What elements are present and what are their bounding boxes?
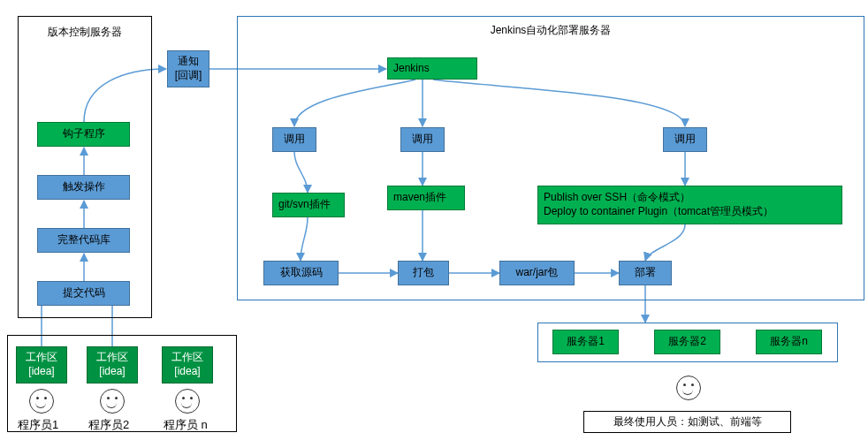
gitsvn-label: git/svn插件 <box>278 198 331 212</box>
hook-label: 钩子程序 <box>63 127 105 141</box>
server2-box: 服务器2 <box>654 330 720 354</box>
maven-box: maven插件 <box>387 186 465 210</box>
jenkins-title: Jenkins自动化部署服务器 <box>491 24 612 38</box>
notify-box: 通知 [回调] <box>167 50 209 87</box>
call3-label: 调用 <box>674 133 696 147</box>
diagram-canvas: 版本控制服务器 钩子程序 触发操作 完整代码库 提交代码 通知 [回调] Jen… <box>0 0 868 448</box>
servern-box: 服务器n <box>756 330 822 354</box>
dev2-label: 程序员2 <box>88 417 129 433</box>
trigger-box: 触发操作 <box>37 175 130 200</box>
jenkins-label: Jenkins <box>393 62 430 76</box>
call2-label: 调用 <box>412 133 433 147</box>
jenkins-container: Jenkins自动化部署服务器 <box>237 16 864 300</box>
hook-box: 钩子程序 <box>37 122 130 147</box>
trigger-label: 触发操作 <box>63 180 105 194</box>
server2-label: 服务器2 <box>668 335 706 349</box>
enduser-label: 最终使用人员：如测试、前端等 <box>613 415 762 429</box>
workspace1-label: 工作区 [idea] <box>26 351 57 378</box>
publish-box: Publish over SSH（命令模式） Deploy to contain… <box>537 186 842 224</box>
getsource-box: 获取源码 <box>263 261 339 285</box>
commit-box: 提交代码 <box>37 281 130 306</box>
workspace2-box: 工作区 [idea] <box>87 346 138 383</box>
call1-label: 调用 <box>284 133 305 147</box>
package-box: 打包 <box>398 261 449 285</box>
smiley-icon <box>175 389 200 414</box>
vcs-container: 版本控制服务器 <box>18 16 152 318</box>
deploy-box: 部署 <box>619 261 672 285</box>
jenkins-box: Jenkins <box>387 57 477 80</box>
smiley-icon <box>676 376 701 400</box>
server1-label: 服务器1 <box>567 335 605 349</box>
call1-box: 调用 <box>272 127 316 152</box>
workspacen-label: 工作区 [idea] <box>171 351 203 378</box>
smiley-icon <box>29 389 54 414</box>
devn-label: 程序员 n <box>164 417 208 433</box>
deploy-label: 部署 <box>635 266 656 280</box>
publish-label: Publish over SSH（命令模式） Deploy to contain… <box>544 191 773 218</box>
server1-box: 服务器1 <box>552 330 619 354</box>
vcs-title: 版本控制服务器 <box>48 26 122 40</box>
call2-box: 调用 <box>400 127 445 152</box>
call3-box: 调用 <box>663 127 707 152</box>
maven-label: maven插件 <box>393 191 446 205</box>
commit-label: 提交代码 <box>63 286 105 300</box>
getsource-label: 获取源码 <box>280 266 323 280</box>
smiley-icon <box>100 389 125 414</box>
notify-label: 通知 [回调] <box>175 55 202 82</box>
servern-label: 服务器n <box>770 335 808 349</box>
warjar-label: war/jar包 <box>515 266 558 280</box>
dev1-label: 程序员1 <box>18 417 58 433</box>
repo-label: 完整代码库 <box>57 233 110 247</box>
enduser-box: 最终使用人员：如测试、前端等 <box>583 411 791 433</box>
workspace1-box: 工作区 [idea] <box>16 346 67 383</box>
package-label: 打包 <box>413 266 434 280</box>
workspacen-box: 工作区 [idea] <box>162 346 213 383</box>
repo-box: 完整代码库 <box>37 228 130 253</box>
gitsvn-box: git/svn插件 <box>272 193 345 217</box>
workspace2-label: 工作区 [idea] <box>96 351 128 378</box>
warjar-box: war/jar包 <box>499 261 575 285</box>
